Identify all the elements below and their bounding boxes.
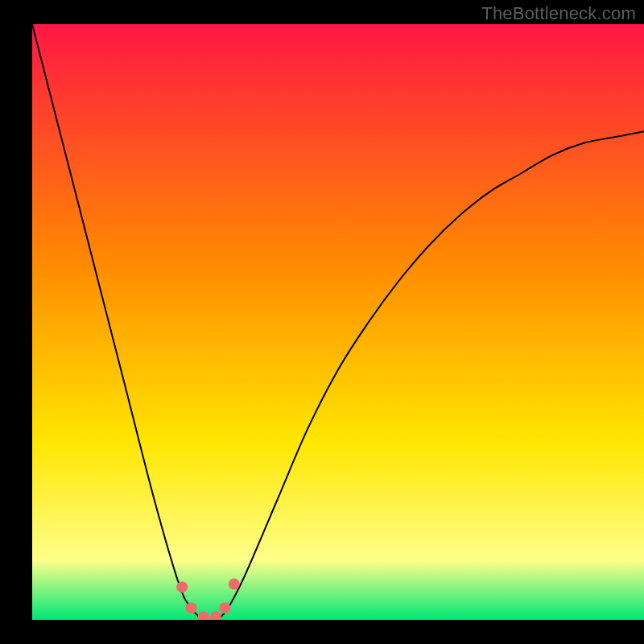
chart-plot-area xyxy=(32,24,644,620)
chart-svg xyxy=(32,24,644,620)
highlight-marker xyxy=(186,602,197,613)
chart-background xyxy=(32,24,644,620)
highlight-marker xyxy=(229,579,240,590)
chart-frame: TheBottleneck.com xyxy=(0,0,644,644)
highlight-marker xyxy=(176,581,188,592)
highlight-marker xyxy=(219,602,230,613)
watermark-text: TheBottleneck.com xyxy=(481,3,636,24)
